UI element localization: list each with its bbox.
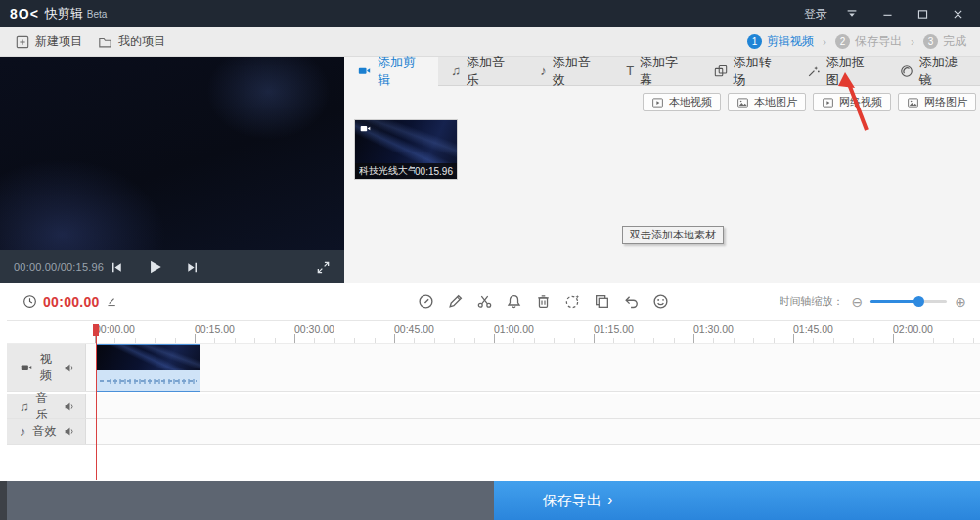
app-window: 8O< 快剪辑 Beta 登录 新建项目 — [0, 0, 980, 520]
login-button[interactable]: 登录 — [804, 6, 827, 22]
step-separator: › — [823, 35, 826, 49]
tab-label: 添加滤镜 — [919, 54, 967, 89]
preview-screen[interactable] — [0, 57, 344, 250]
step-number: 3 — [923, 34, 938, 49]
sound-effect-icon: ♪ — [540, 65, 547, 77]
library-clip-card[interactable]: 科技光线大气... 00:15.96 — [354, 119, 458, 180]
zoom-out-icon[interactable]: ⊖ — [852, 294, 864, 310]
tab-label: 添加转场 — [734, 54, 781, 89]
speaker-icon[interactable] — [64, 362, 76, 374]
music-note-icon: ♫ — [451, 65, 461, 77]
folder-icon — [98, 35, 112, 49]
transition-icon — [714, 65, 728, 78]
local-image-button[interactable]: 本地图片 — [728, 93, 806, 111]
cut-scissors-icon[interactable] — [476, 293, 493, 310]
tab-add-keying[interactable]: 添加抠图 — [794, 57, 887, 85]
play-icon[interactable] — [146, 258, 163, 276]
step-number: 1 — [747, 34, 762, 49]
zoom-in-icon[interactable]: ⊕ — [955, 294, 966, 310]
video-box-icon — [822, 97, 834, 108]
minimize-icon[interactable] — [876, 4, 898, 23]
step-separator: › — [911, 35, 914, 49]
sparkle-effect-icon[interactable] — [564, 293, 581, 310]
project-bar: 新建项目 我的项目 1 剪辑视频 › 2 保存导出 › 3 完成 — [0, 27, 980, 57]
clip-caption: 科技光线大气... 00:15.96 — [355, 163, 457, 179]
image-box-icon — [736, 97, 749, 108]
tab-bar: 添加剪辑 ♫ 添加音乐 ♪ 添加音效 T 添加字幕 添加转场 — [344, 57, 980, 86]
undo-icon[interactable] — [623, 293, 640, 310]
source-buttons: 本地视频 本地图片 网络视频 网络图片 — [643, 93, 976, 111]
beta-badge: Beta — [87, 9, 108, 20]
timeline-section: 00:00.00 — [0, 283, 980, 481]
chevron-right-icon: › — [607, 492, 612, 509]
track-name: 音乐 — [36, 390, 57, 423]
speaker-icon[interactable] — [64, 400, 76, 412]
step-label: 保存导出 — [855, 33, 902, 50]
edit-pencil-icon[interactable] — [447, 293, 464, 310]
music-track[interactable]: ♫ 音乐 — [7, 394, 980, 419]
camera-icon — [357, 65, 372, 77]
tab-add-clip[interactable]: 添加剪辑 — [344, 57, 438, 86]
sound-effect-icon: ♪ — [20, 425, 26, 438]
tab-label: 添加音效 — [553, 54, 601, 89]
music-track-label: ♫ 音乐 — [7, 394, 86, 418]
tab-add-filter[interactable]: 添加滤镜 — [887, 57, 980, 85]
step-edit-video: 1 剪辑视频 — [747, 33, 814, 50]
step-label: 剪辑视频 — [767, 33, 814, 50]
timeline-clip[interactable] — [96, 344, 200, 392]
sfx-track-label: ♪ 音效 — [7, 419, 86, 444]
camera-icon — [359, 123, 372, 134]
next-frame-icon[interactable] — [185, 260, 200, 275]
music-note-icon: ♫ — [20, 400, 29, 412]
fullscreen-icon[interactable] — [316, 260, 331, 275]
hint-tooltip: 双击添加本地素材 — [622, 226, 724, 244]
new-project-label: 新建项目 — [35, 33, 82, 50]
camera-icon — [20, 362, 33, 373]
tab-add-sfx[interactable]: ♪ 添加音效 — [527, 57, 613, 85]
speed-icon[interactable] — [418, 293, 434, 310]
preview-controls: 00:00.00/00:15.96 — [0, 250, 344, 283]
maximize-icon[interactable] — [912, 4, 933, 23]
zoom-label: 时间轴缩放： — [780, 294, 844, 309]
my-projects-button[interactable]: 我的项目 — [98, 33, 165, 50]
ruler-tick: 01:15.00 — [594, 324, 634, 335]
new-project-button[interactable]: 新建项目 — [16, 33, 82, 50]
main-menu-icon[interactable] — [841, 4, 863, 23]
title-bar: 8O< 快剪辑 Beta 登录 — [0, 0, 980, 27]
close-icon[interactable] — [947, 4, 968, 23]
local-video-button[interactable]: 本地视频 — [643, 93, 721, 111]
zoom-slider[interactable] — [870, 300, 947, 303]
web-image-button[interactable]: 网络图片 — [898, 93, 976, 111]
timeline-ruler[interactable]: 00:00.00 00:15.00 00:30.00 00:45.00 01:0… — [7, 321, 980, 344]
ruler-tick: 00:45.00 — [394, 324, 434, 335]
ruler-tick: 00:30.00 — [294, 324, 334, 335]
source-label: 网络图片 — [924, 95, 967, 109]
tab-label: 添加剪辑 — [378, 54, 425, 89]
edit-time-icon[interactable] — [106, 295, 118, 308]
playhead-handle[interactable] — [93, 324, 99, 336]
tab-add-transition[interactable]: 添加转场 — [701, 57, 794, 85]
text-icon: T — [626, 65, 634, 77]
step-label: 完成 — [943, 33, 966, 50]
timeline-zoom-control: 时间轴缩放： ⊖ ⊕ — [780, 294, 980, 310]
tab-label: 添加抠图 — [826, 54, 874, 89]
speaker-icon[interactable] — [64, 425, 76, 438]
delete-trash-icon[interactable] — [535, 293, 552, 310]
web-video-button[interactable]: 网络视频 — [813, 93, 891, 111]
tab-add-music[interactable]: ♫ 添加音乐 — [438, 57, 527, 85]
copy-icon[interactable] — [594, 293, 610, 310]
tab-add-subtitle[interactable]: T 添加字幕 — [613, 57, 700, 85]
playhead-line[interactable] — [96, 324, 97, 480]
sfx-track[interactable]: ♪ 音效 — [7, 419, 980, 445]
step-number: 2 — [835, 34, 850, 49]
step-finish: 3 完成 — [923, 33, 966, 50]
emoji-icon[interactable] — [652, 293, 669, 310]
zoom-slider-knob[interactable] — [913, 296, 924, 307]
source-label: 本地图片 — [754, 95, 797, 109]
ruler-tick: 00:15.00 — [195, 324, 235, 335]
plus-box-icon — [16, 35, 29, 49]
prev-frame-icon[interactable] — [110, 260, 124, 275]
save-export-button[interactable]: 保存导出 › — [494, 481, 980, 520]
bell-icon[interactable] — [506, 293, 522, 310]
magic-wand-icon — [807, 65, 821, 78]
